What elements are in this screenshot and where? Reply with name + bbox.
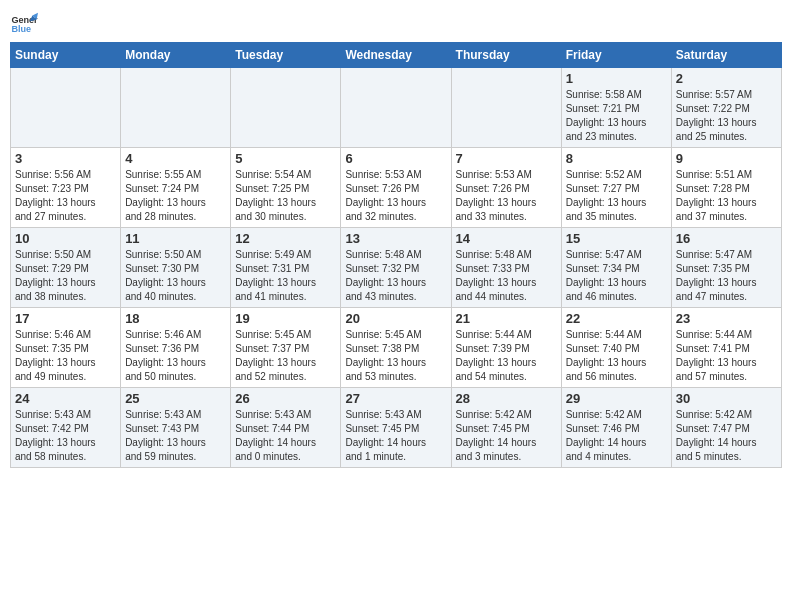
calendar-cell: 5Sunrise: 5:54 AMSunset: 7:25 PMDaylight… xyxy=(231,148,341,228)
calendar-row-4: 24Sunrise: 5:43 AMSunset: 7:42 PMDayligh… xyxy=(11,388,782,468)
calendar-cell: 15Sunrise: 5:47 AMSunset: 7:34 PMDayligh… xyxy=(561,228,671,308)
day-number: 15 xyxy=(566,231,667,246)
day-number: 5 xyxy=(235,151,336,166)
day-number: 30 xyxy=(676,391,777,406)
day-number: 6 xyxy=(345,151,446,166)
weekday-header-tuesday: Tuesday xyxy=(231,43,341,68)
day-info: Sunrise: 5:43 AMSunset: 7:45 PMDaylight:… xyxy=(345,408,446,464)
day-number: 1 xyxy=(566,71,667,86)
calendar-cell: 21Sunrise: 5:44 AMSunset: 7:39 PMDayligh… xyxy=(451,308,561,388)
day-number: 7 xyxy=(456,151,557,166)
day-info: Sunrise: 5:58 AMSunset: 7:21 PMDaylight:… xyxy=(566,88,667,144)
weekday-header-saturday: Saturday xyxy=(671,43,781,68)
calendar-cell: 20Sunrise: 5:45 AMSunset: 7:38 PMDayligh… xyxy=(341,308,451,388)
calendar-cell: 17Sunrise: 5:46 AMSunset: 7:35 PMDayligh… xyxy=(11,308,121,388)
day-info: Sunrise: 5:53 AMSunset: 7:26 PMDaylight:… xyxy=(456,168,557,224)
day-info: Sunrise: 5:52 AMSunset: 7:27 PMDaylight:… xyxy=(566,168,667,224)
day-info: Sunrise: 5:46 AMSunset: 7:35 PMDaylight:… xyxy=(15,328,116,384)
calendar-cell xyxy=(11,68,121,148)
calendar-cell: 25Sunrise: 5:43 AMSunset: 7:43 PMDayligh… xyxy=(121,388,231,468)
calendar-cell: 10Sunrise: 5:50 AMSunset: 7:29 PMDayligh… xyxy=(11,228,121,308)
day-number: 10 xyxy=(15,231,116,246)
weekday-header-row: SundayMondayTuesdayWednesdayThursdayFrid… xyxy=(11,43,782,68)
day-info: Sunrise: 5:54 AMSunset: 7:25 PMDaylight:… xyxy=(235,168,336,224)
calendar-cell: 16Sunrise: 5:47 AMSunset: 7:35 PMDayligh… xyxy=(671,228,781,308)
calendar-cell: 4Sunrise: 5:55 AMSunset: 7:24 PMDaylight… xyxy=(121,148,231,228)
day-number: 19 xyxy=(235,311,336,326)
day-info: Sunrise: 5:42 AMSunset: 7:45 PMDaylight:… xyxy=(456,408,557,464)
day-info: Sunrise: 5:55 AMSunset: 7:24 PMDaylight:… xyxy=(125,168,226,224)
day-info: Sunrise: 5:53 AMSunset: 7:26 PMDaylight:… xyxy=(345,168,446,224)
day-info: Sunrise: 5:45 AMSunset: 7:38 PMDaylight:… xyxy=(345,328,446,384)
day-number: 4 xyxy=(125,151,226,166)
calendar-row-1: 3Sunrise: 5:56 AMSunset: 7:23 PMDaylight… xyxy=(11,148,782,228)
day-number: 27 xyxy=(345,391,446,406)
day-info: Sunrise: 5:44 AMSunset: 7:39 PMDaylight:… xyxy=(456,328,557,384)
day-number: 26 xyxy=(235,391,336,406)
day-info: Sunrise: 5:50 AMSunset: 7:30 PMDaylight:… xyxy=(125,248,226,304)
day-number: 11 xyxy=(125,231,226,246)
svg-text:Blue: Blue xyxy=(11,24,31,34)
day-number: 25 xyxy=(125,391,226,406)
logo: General Blue xyxy=(10,10,42,38)
weekday-header-monday: Monday xyxy=(121,43,231,68)
day-info: Sunrise: 5:51 AMSunset: 7:28 PMDaylight:… xyxy=(676,168,777,224)
day-number: 28 xyxy=(456,391,557,406)
calendar-cell: 13Sunrise: 5:48 AMSunset: 7:32 PMDayligh… xyxy=(341,228,451,308)
calendar-cell: 19Sunrise: 5:45 AMSunset: 7:37 PMDayligh… xyxy=(231,308,341,388)
day-number: 8 xyxy=(566,151,667,166)
day-info: Sunrise: 5:57 AMSunset: 7:22 PMDaylight:… xyxy=(676,88,777,144)
day-info: Sunrise: 5:56 AMSunset: 7:23 PMDaylight:… xyxy=(15,168,116,224)
day-number: 24 xyxy=(15,391,116,406)
day-number: 9 xyxy=(676,151,777,166)
day-number: 12 xyxy=(235,231,336,246)
calendar-cell: 11Sunrise: 5:50 AMSunset: 7:30 PMDayligh… xyxy=(121,228,231,308)
calendar-cell: 29Sunrise: 5:42 AMSunset: 7:46 PMDayligh… xyxy=(561,388,671,468)
day-info: Sunrise: 5:44 AMSunset: 7:40 PMDaylight:… xyxy=(566,328,667,384)
weekday-header-thursday: Thursday xyxy=(451,43,561,68)
calendar-cell: 7Sunrise: 5:53 AMSunset: 7:26 PMDaylight… xyxy=(451,148,561,228)
calendar-cell: 22Sunrise: 5:44 AMSunset: 7:40 PMDayligh… xyxy=(561,308,671,388)
calendar-cell: 12Sunrise: 5:49 AMSunset: 7:31 PMDayligh… xyxy=(231,228,341,308)
day-number: 20 xyxy=(345,311,446,326)
calendar-cell: 3Sunrise: 5:56 AMSunset: 7:23 PMDaylight… xyxy=(11,148,121,228)
calendar-cell xyxy=(121,68,231,148)
day-info: Sunrise: 5:43 AMSunset: 7:42 PMDaylight:… xyxy=(15,408,116,464)
calendar-cell: 30Sunrise: 5:42 AMSunset: 7:47 PMDayligh… xyxy=(671,388,781,468)
page-header: General Blue xyxy=(10,10,782,38)
day-info: Sunrise: 5:46 AMSunset: 7:36 PMDaylight:… xyxy=(125,328,226,384)
calendar-cell xyxy=(231,68,341,148)
logo-icon: General Blue xyxy=(10,10,38,38)
day-info: Sunrise: 5:48 AMSunset: 7:33 PMDaylight:… xyxy=(456,248,557,304)
day-number: 3 xyxy=(15,151,116,166)
calendar-cell xyxy=(451,68,561,148)
day-number: 29 xyxy=(566,391,667,406)
weekday-header-friday: Friday xyxy=(561,43,671,68)
calendar-cell: 2Sunrise: 5:57 AMSunset: 7:22 PMDaylight… xyxy=(671,68,781,148)
day-info: Sunrise: 5:42 AMSunset: 7:47 PMDaylight:… xyxy=(676,408,777,464)
day-number: 16 xyxy=(676,231,777,246)
calendar-cell: 8Sunrise: 5:52 AMSunset: 7:27 PMDaylight… xyxy=(561,148,671,228)
calendar-cell: 18Sunrise: 5:46 AMSunset: 7:36 PMDayligh… xyxy=(121,308,231,388)
day-number: 14 xyxy=(456,231,557,246)
calendar-cell: 9Sunrise: 5:51 AMSunset: 7:28 PMDaylight… xyxy=(671,148,781,228)
day-info: Sunrise: 5:45 AMSunset: 7:37 PMDaylight:… xyxy=(235,328,336,384)
calendar-row-3: 17Sunrise: 5:46 AMSunset: 7:35 PMDayligh… xyxy=(11,308,782,388)
calendar-cell: 14Sunrise: 5:48 AMSunset: 7:33 PMDayligh… xyxy=(451,228,561,308)
calendar-row-2: 10Sunrise: 5:50 AMSunset: 7:29 PMDayligh… xyxy=(11,228,782,308)
day-number: 18 xyxy=(125,311,226,326)
calendar-cell: 23Sunrise: 5:44 AMSunset: 7:41 PMDayligh… xyxy=(671,308,781,388)
calendar-cell: 28Sunrise: 5:42 AMSunset: 7:45 PMDayligh… xyxy=(451,388,561,468)
day-info: Sunrise: 5:42 AMSunset: 7:46 PMDaylight:… xyxy=(566,408,667,464)
weekday-header-sunday: Sunday xyxy=(11,43,121,68)
day-number: 22 xyxy=(566,311,667,326)
calendar-table: SundayMondayTuesdayWednesdayThursdayFrid… xyxy=(10,42,782,468)
calendar-cell: 6Sunrise: 5:53 AMSunset: 7:26 PMDaylight… xyxy=(341,148,451,228)
day-info: Sunrise: 5:50 AMSunset: 7:29 PMDaylight:… xyxy=(15,248,116,304)
day-number: 23 xyxy=(676,311,777,326)
day-info: Sunrise: 5:43 AMSunset: 7:44 PMDaylight:… xyxy=(235,408,336,464)
day-number: 21 xyxy=(456,311,557,326)
day-number: 17 xyxy=(15,311,116,326)
calendar-cell: 1Sunrise: 5:58 AMSunset: 7:21 PMDaylight… xyxy=(561,68,671,148)
day-info: Sunrise: 5:47 AMSunset: 7:34 PMDaylight:… xyxy=(566,248,667,304)
